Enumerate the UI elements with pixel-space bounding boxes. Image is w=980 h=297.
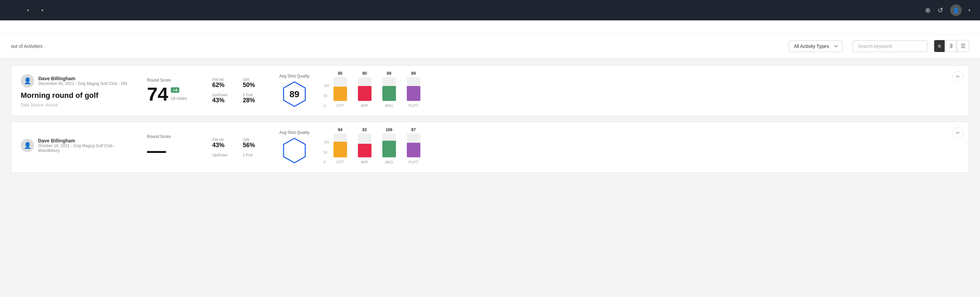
activity-title: Morning round of golf bbox=[21, 91, 136, 100]
bar-outer bbox=[407, 134, 420, 157]
nav-teams[interactable]: ▾ bbox=[26, 8, 29, 13]
activities-label: Activities bbox=[24, 43, 43, 49]
card-stats: FW Hit 62% GIR 50% Up/Down 43% 1 Putt 28… bbox=[212, 77, 267, 104]
score-badge: +4 bbox=[171, 87, 179, 93]
bar-label: OTT bbox=[337, 104, 344, 108]
y-axis: 100500 bbox=[322, 141, 331, 164]
user-name: Dave Billingham bbox=[38, 76, 127, 81]
edit-button[interactable]: ✏ bbox=[953, 71, 963, 82]
bar-group: 90APP bbox=[358, 71, 371, 108]
bar-outer bbox=[407, 77, 420, 101]
y-label: 50 bbox=[324, 150, 329, 154]
hexagon-icon bbox=[281, 137, 308, 164]
search-input[interactable] bbox=[853, 40, 928, 52]
profile-chevron[interactable]: ▾ bbox=[969, 8, 970, 13]
card-left: 👤 Dave Billingham December 05, 2021 - Go… bbox=[21, 74, 136, 107]
bar-group: 89ARG bbox=[382, 71, 396, 108]
list-compact-icon: ≡ bbox=[938, 43, 941, 49]
stat-value: 50% bbox=[243, 81, 267, 89]
bar-value: 89 bbox=[411, 71, 416, 76]
add-icon[interactable]: ⊕ bbox=[925, 6, 931, 14]
bar-label: APP bbox=[361, 160, 368, 164]
avg-shot-quality: Avg Shot Quality 89 bbox=[277, 74, 312, 108]
activity-list: ✏ 👤 Dave Billingham December 05, 2021 - … bbox=[0, 59, 980, 179]
bar-fill bbox=[382, 86, 396, 101]
stat-item: FW Hit 43% bbox=[212, 137, 236, 149]
list-full-view-button[interactable]: ☰ bbox=[957, 40, 969, 52]
navbar: ▾ ▾ ⊕ ↺ 👤 ▾ bbox=[0, 0, 980, 21]
bar-chart: 94OTT82APP106ARG87PUTT bbox=[331, 130, 423, 164]
nav-performance[interactable]: ▾ bbox=[40, 8, 43, 13]
bar-fill bbox=[382, 141, 396, 157]
grid-view-button[interactable]: ∃ bbox=[945, 40, 956, 52]
card-stats: FW Hit 43% GIR 56% Up/Down 1 Putt bbox=[212, 137, 267, 157]
card-user-info: Dave Billingham December 05, 2021 - Gog … bbox=[38, 76, 127, 86]
quality-hexagon bbox=[281, 137, 308, 164]
refresh-icon[interactable]: ↺ bbox=[937, 6, 943, 14]
data-source: Data Source: Arccos bbox=[21, 103, 136, 107]
y-label: 0 bbox=[324, 104, 329, 108]
bar-chart-wrapper: 10050094OTT82APP106ARG87PUTT bbox=[322, 130, 959, 164]
bar-value: 85 bbox=[338, 71, 342, 76]
score-value-row: 74 +4 18 Holes bbox=[147, 85, 201, 104]
stat-item: Up/Down 43% bbox=[212, 93, 236, 104]
score-label: Round Score bbox=[147, 134, 201, 139]
list-compact-view-button[interactable]: ≡ bbox=[934, 40, 945, 52]
bar-outer bbox=[334, 134, 347, 157]
activity-card: ✏ 👤 Dave Billingham October 16, 2021 - G… bbox=[11, 121, 969, 172]
bar-fill bbox=[334, 87, 347, 101]
bar-fill bbox=[407, 143, 420, 157]
shot-quality-chart: 10050085OTT90APP89ARG89PUTT bbox=[322, 74, 959, 108]
bar-value: 82 bbox=[362, 128, 367, 132]
bar-group: 94OTT bbox=[334, 128, 347, 164]
bar-fill bbox=[407, 86, 420, 101]
stat-item: 1 Putt bbox=[243, 153, 267, 157]
avatar[interactable]: 👤 bbox=[950, 5, 962, 16]
bar-outer bbox=[358, 77, 371, 101]
svg-marker-1 bbox=[283, 138, 305, 163]
user-name: Dave Billingham bbox=[38, 138, 136, 144]
stat-value: 28% bbox=[243, 97, 267, 104]
y-label: 0 bbox=[324, 160, 329, 164]
card-user: 👤 Dave Billingham October 16, 2021 - Gog… bbox=[21, 138, 136, 153]
filter-show: All Activity Types bbox=[786, 40, 843, 52]
shot-quality-chart: 10050094OTT82APP106ARG87PUTT bbox=[322, 130, 959, 164]
quality-label: Avg Shot Quality bbox=[279, 130, 309, 135]
bar-label: APP bbox=[361, 104, 368, 108]
card-left: 👤 Dave Billingham October 16, 2021 - Gog… bbox=[21, 138, 136, 156]
bar-outer bbox=[382, 134, 396, 157]
stat-value: 62% bbox=[212, 81, 236, 89]
out-of-text: out of bbox=[11, 43, 24, 49]
filter-count: out of Activities bbox=[11, 43, 779, 49]
stat-item: GIR 56% bbox=[243, 137, 267, 149]
list-full-icon: ☰ bbox=[961, 43, 966, 49]
edit-button[interactable]: ✏ bbox=[953, 128, 963, 138]
bar-fill bbox=[358, 144, 371, 157]
stat-label: 1 Putt bbox=[243, 153, 267, 157]
avg-shot-quality: Avg Shot Quality bbox=[277, 130, 312, 164]
bar-value: 106 bbox=[386, 128, 393, 132]
y-label: 50 bbox=[324, 94, 329, 98]
y-label: 100 bbox=[324, 141, 329, 144]
stat-label: GIR bbox=[243, 137, 267, 142]
bar-value: 94 bbox=[338, 128, 342, 132]
nav-icons: ⊕ ↺ 👤 ▾ bbox=[925, 5, 970, 16]
stat-label: GIR bbox=[243, 77, 267, 81]
bar-outer bbox=[334, 77, 347, 101]
bar-group: 89PUTT bbox=[407, 71, 420, 108]
stat-label: FW Hit bbox=[212, 77, 236, 81]
avatar: 👤 bbox=[21, 139, 34, 152]
bar-label: ARG bbox=[385, 160, 393, 164]
score-value-row: — bbox=[147, 141, 201, 160]
bar-value: 87 bbox=[411, 128, 416, 132]
bar-outer bbox=[382, 77, 396, 101]
quality-value: 89 bbox=[290, 89, 299, 99]
stat-value: 43% bbox=[212, 97, 236, 104]
activity-type-select[interactable]: All Activity Types bbox=[789, 40, 843, 52]
round-score: Round Score — bbox=[147, 134, 201, 160]
chevron-down-icon: ▾ bbox=[27, 8, 29, 13]
stat-item: Up/Down bbox=[212, 153, 236, 157]
activity-date: December 05, 2021 - Gog Magog Golf Club … bbox=[38, 81, 127, 86]
chevron-down-icon: ▾ bbox=[41, 8, 43, 13]
activity-card: ✏ 👤 Dave Billingham December 05, 2021 - … bbox=[11, 65, 969, 116]
